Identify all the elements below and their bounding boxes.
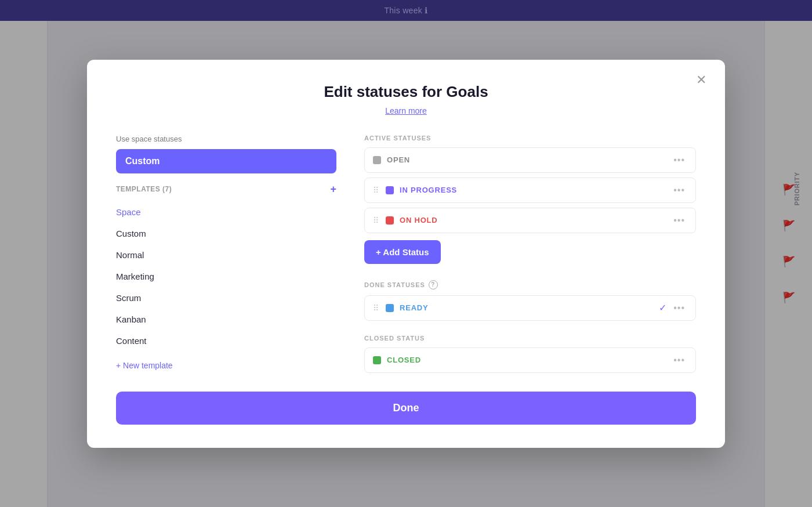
status-name-in-progress: IN PROGRESS <box>400 186 665 194</box>
more-button-on-hold[interactable]: ••• <box>671 214 687 227</box>
status-dot-in-progress <box>386 186 394 194</box>
more-button-closed[interactable]: ••• <box>671 354 687 367</box>
status-dot-on-hold <box>386 216 394 224</box>
done-statuses-section-label: DONE STATUSES ? <box>364 280 696 289</box>
new-template-button[interactable]: + New template <box>116 361 173 370</box>
closed-status-section-label: CLOSED STATUS <box>364 335 696 342</box>
done-statuses-help-icon[interactable]: ? <box>429 280 438 289</box>
check-icon-ready: ✓ <box>659 302 666 313</box>
learn-more-link[interactable]: Learn more <box>385 106 427 115</box>
templates-add-button[interactable]: + <box>330 184 336 194</box>
status-row-ready: ⠿ READY ✓ ••• <box>364 295 696 321</box>
close-button[interactable]: ✕ <box>691 71 711 89</box>
custom-selected-button[interactable]: Custom <box>116 149 336 173</box>
status-row-in-progress: ⠿ IN PROGRESS ••• <box>364 178 696 203</box>
modal-overlay: ✕ Edit statuses for Goals Learn more Use… <box>0 0 812 507</box>
status-actions-closed: ••• <box>671 354 687 367</box>
more-button-in-progress[interactable]: ••• <box>671 184 687 197</box>
template-item-content[interactable]: Content <box>116 330 336 352</box>
done-button[interactable]: Done <box>116 392 696 425</box>
template-list: Space Custom Normal Marketing Scrum Kanb… <box>116 201 336 352</box>
drag-handle-on-hold[interactable]: ⠿ <box>373 216 379 225</box>
status-row-open: OPEN ••• <box>364 147 696 173</box>
status-row-closed: CLOSED ••• <box>364 347 696 373</box>
status-actions-open: ••• <box>671 154 687 166</box>
status-dot-ready <box>386 304 394 312</box>
modal-header: Edit statuses for Goals Learn more <box>116 83 696 116</box>
templates-header: TEMPLATES (7) + <box>116 184 336 194</box>
template-item-marketing[interactable]: Marketing <box>116 266 336 287</box>
status-name-ready: READY <box>400 303 653 312</box>
status-actions-on-hold: ••• <box>671 214 687 227</box>
drag-handle-in-progress[interactable]: ⠿ <box>373 186 379 195</box>
status-name-closed: CLOSED <box>387 356 665 364</box>
template-item-normal[interactable]: Normal <box>116 244 336 266</box>
status-actions-ready: ✓ ••• <box>659 302 687 314</box>
template-item-space[interactable]: Space <box>116 201 336 223</box>
status-actions-in-progress: ••• <box>671 184 687 197</box>
left-panel: Use space statuses Custom TEMPLATES (7) … <box>116 135 336 378</box>
templates-label: TEMPLATES (7) <box>116 185 172 193</box>
template-item-scrum[interactable]: Scrum <box>116 287 336 309</box>
status-dot-closed <box>373 356 381 364</box>
status-name-on-hold: ON HOLD <box>400 216 665 224</box>
drag-handle-ready[interactable]: ⠿ <box>373 303 379 313</box>
more-button-open[interactable]: ••• <box>671 154 687 166</box>
status-name-open: OPEN <box>387 155 665 164</box>
modal: ✕ Edit statuses for Goals Learn more Use… <box>87 60 725 448</box>
active-statuses-section-label: ACTIVE STATUSES <box>364 135 696 142</box>
right-panel: ACTIVE STATUSES OPEN ••• ⠿ IN PROGRESS <box>364 135 696 378</box>
modal-title: Edit statuses for Goals <box>116 83 696 101</box>
modal-body: Use space statuses Custom TEMPLATES (7) … <box>116 135 696 378</box>
use-space-label: Use space statuses <box>116 135 336 143</box>
template-item-kanban[interactable]: Kanban <box>116 309 336 330</box>
template-item-custom[interactable]: Custom <box>116 223 336 244</box>
status-dot-open <box>373 156 381 164</box>
more-button-ready[interactable]: ••• <box>671 302 687 314</box>
add-status-button[interactable]: + Add Status <box>364 240 441 264</box>
status-row-on-hold: ⠿ ON HOLD ••• <box>364 208 696 233</box>
